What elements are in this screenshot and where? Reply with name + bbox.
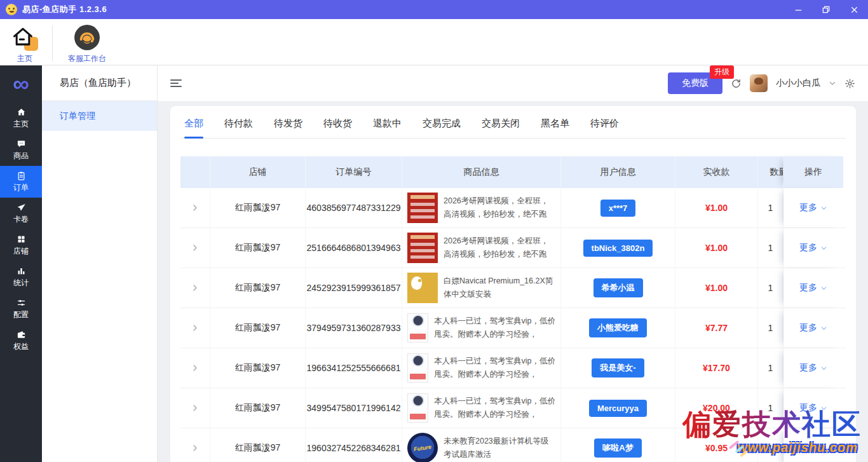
row-expand-button[interactable] bbox=[180, 188, 210, 228]
user-menu-toggle[interactable] bbox=[829, 79, 836, 87]
plan-button[interactable]: 免费版 升级 bbox=[668, 72, 722, 94]
buyer-button[interactable]: 希希小温 bbox=[593, 278, 643, 297]
table-header: 店铺订单编号商品信息用户信息实收款数量操作 bbox=[180, 156, 846, 188]
more-button[interactable]: 更多 bbox=[799, 242, 827, 254]
row-actions: 更多 bbox=[783, 348, 843, 388]
buyer-button[interactable]: 小熊爱吃糖 bbox=[589, 318, 647, 337]
close-button[interactable] bbox=[840, 0, 868, 19]
sidebar-item-rights[interactable]: 权益 bbox=[0, 325, 42, 357]
order-number: 3794959731360287933 bbox=[306, 308, 402, 348]
gear-icon bbox=[844, 78, 855, 89]
store-name: 红雨瓢泼97 bbox=[210, 268, 306, 308]
minimize-button[interactable] bbox=[784, 0, 812, 19]
row-expand-button[interactable] bbox=[180, 228, 210, 268]
username[interactable]: 小小小白瓜 bbox=[776, 78, 820, 89]
refresh-button[interactable] bbox=[731, 78, 742, 89]
table-header-row: 店铺订单编号商品信息用户信息实收款数量操作 bbox=[180, 156, 846, 188]
user-info: 我是美女- bbox=[561, 348, 675, 388]
sidebar-item-order-management[interactable]: 订单管理 bbox=[42, 101, 157, 131]
more-button[interactable]: 更多 bbox=[799, 442, 827, 454]
tab-refunding[interactable]: 退款中 bbox=[373, 118, 402, 138]
collapse-sidebar-button[interactable] bbox=[170, 79, 182, 87]
user-info: 哆啦A梦 bbox=[561, 428, 675, 462]
table-row: 红雨瓢泼9725166646868013949632026考研网课视频，全程班，… bbox=[180, 228, 846, 268]
row-expand-button[interactable] bbox=[180, 428, 210, 462]
sidebar-nav-rail: ∞ 主页商品订单卡卷店铺统计配置权益 bbox=[0, 65, 42, 462]
toolbar-workbench-button[interactable]: 客服工作台 bbox=[63, 24, 111, 64]
product-thumbnail-license bbox=[407, 393, 428, 423]
more-button[interactable]: 更多 bbox=[799, 322, 827, 334]
tab-completed[interactable]: 交易完成 bbox=[423, 118, 461, 138]
more-button[interactable]: 更多 bbox=[799, 202, 827, 214]
product-thumbnail-course bbox=[407, 233, 438, 263]
sidebar-item-home[interactable]: 主页 bbox=[0, 102, 42, 134]
buyer-button[interactable]: x***7 bbox=[600, 200, 636, 217]
buyer-button[interactable]: 哆啦A梦 bbox=[594, 438, 641, 458]
quantity: 1 bbox=[758, 308, 783, 348]
chevron-down-icon bbox=[820, 325, 827, 332]
window-title: 易店-鱼店助手 1.2.3.6 bbox=[22, 4, 107, 15]
tab-label: 交易完成 bbox=[423, 118, 461, 128]
chevron-down-icon bbox=[820, 285, 827, 292]
chevron-down-icon bbox=[829, 79, 836, 87]
tab-closed[interactable]: 交易关闭 bbox=[482, 118, 520, 138]
orders-card: 全部待付款待发货待收货退款中交易完成交易关闭黑名单待评价 店铺订单编号商品信息用… bbox=[170, 106, 856, 462]
tab-pending-payment[interactable]: 待付款 bbox=[224, 118, 253, 138]
row-expand-button[interactable] bbox=[180, 268, 210, 308]
row-expand-button[interactable] bbox=[180, 388, 210, 428]
settings-button[interactable] bbox=[844, 78, 855, 89]
product-title: 2026考研网课视频，全程班，高清视频，秒拍秒发，绝不跑路！ bbox=[444, 194, 555, 221]
sidebar-item-order[interactable]: 订单 bbox=[0, 166, 42, 198]
tab-blacklist[interactable]: 黑名单 bbox=[541, 118, 569, 138]
column-header-4: 用户信息 bbox=[561, 156, 675, 188]
sidebar-item-stats[interactable]: 统计 bbox=[0, 261, 42, 293]
tab-label: 交易关闭 bbox=[482, 118, 520, 128]
row-expand-button[interactable] bbox=[180, 308, 210, 348]
user-info: x***7 bbox=[561, 188, 675, 228]
more-button[interactable]: 更多 bbox=[799, 362, 827, 374]
sidebar-item-label: 商品 bbox=[13, 151, 29, 161]
quantity: 1 bbox=[758, 228, 783, 268]
tab-pending-review[interactable]: 待评价 bbox=[590, 118, 619, 138]
minimize-icon bbox=[794, 6, 803, 14]
row-actions: 更多 bbox=[783, 228, 843, 268]
chevron-right-icon bbox=[191, 444, 199, 452]
amount-received: ¥17.70 bbox=[675, 348, 758, 388]
more-button[interactable]: 更多 bbox=[799, 402, 827, 414]
buyer-button[interactable]: Mercuryya bbox=[589, 400, 647, 417]
refresh-icon bbox=[731, 78, 742, 89]
amount-received: ¥20.00 bbox=[675, 388, 758, 428]
maximize-button[interactable] bbox=[812, 0, 840, 19]
store-name: 红雨瓢泼97 bbox=[210, 428, 306, 462]
tab-all[interactable]: 全部 bbox=[184, 118, 203, 138]
buyer-button[interactable]: 我是美女- bbox=[592, 358, 644, 377]
clipboard-icon bbox=[17, 171, 26, 180]
table-row: 红雨瓢泼971966341252555666681本人科一已过，驾考宝典vip，… bbox=[180, 348, 846, 388]
sidebar-item-goods[interactable]: 商品 bbox=[0, 134, 42, 166]
tab-label: 待付款 bbox=[224, 118, 253, 128]
sidebar-item-label: 订单 bbox=[13, 182, 29, 193]
table-row: 红雨瓢泼973499547580171996142本人科一已过，驾考宝典vip，… bbox=[180, 388, 846, 428]
maximize-icon bbox=[822, 5, 831, 14]
product-info: 本人科一已过，驾考宝典vip，低价甩卖。附赠本人的学习经验， bbox=[402, 308, 561, 348]
brand-logo-icon: ∞ bbox=[0, 65, 42, 102]
tab-pending-ship[interactable]: 待发货 bbox=[274, 118, 302, 138]
user-avatar[interactable] bbox=[750, 74, 768, 92]
sidebar-item-shop[interactable]: 店铺 bbox=[0, 229, 42, 261]
buyer-button[interactable]: tbNick_3802n bbox=[583, 240, 653, 257]
tab-pending-receive[interactable]: 待收货 bbox=[323, 118, 352, 138]
more-button[interactable]: 更多 bbox=[799, 282, 827, 294]
sidebar-item-config[interactable]: 配置 bbox=[0, 293, 42, 325]
sidebar-item-coupon[interactable]: 卡卷 bbox=[0, 198, 42, 229]
column-header-5: 实收款 bbox=[675, 156, 758, 188]
product-title: 本人科一已过，驾考宝典vip，低价甩卖。附赠本人的学习经验， bbox=[434, 395, 555, 421]
customer-service-icon bbox=[74, 24, 100, 51]
row-expand-button[interactable] bbox=[180, 348, 210, 388]
toolbar-home-button[interactable]: 主页 bbox=[6, 24, 43, 64]
chat-box-icon bbox=[17, 139, 26, 149]
quantity: 1 bbox=[758, 188, 783, 228]
plan-button-label: 免费版 bbox=[682, 78, 709, 88]
table-row: 红雨瓢泼971960327452268346281Future未来教育2023最… bbox=[180, 428, 846, 462]
row-actions: 更多 bbox=[783, 428, 843, 462]
row-actions: 更多 bbox=[783, 308, 843, 348]
